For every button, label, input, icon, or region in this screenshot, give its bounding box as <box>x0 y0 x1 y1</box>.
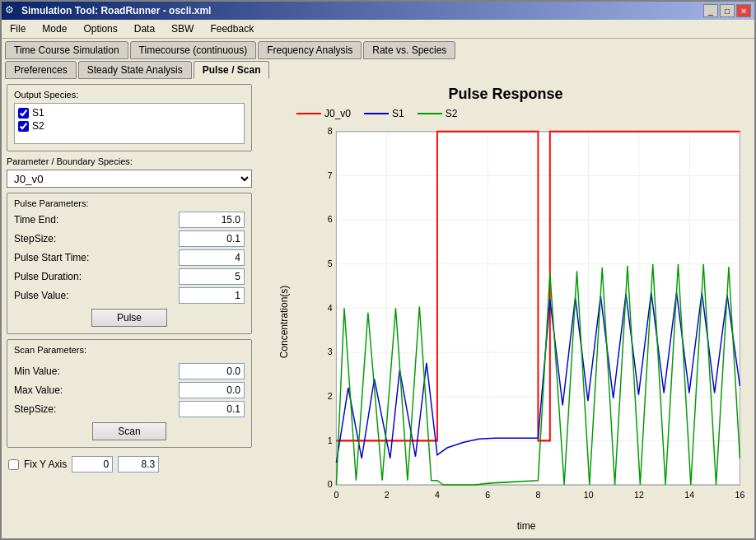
pulse-start-input[interactable] <box>179 249 245 266</box>
param-boundary-group: Parameter / Boundary Species: J0_v0 <box>7 156 252 188</box>
species-item-s1: S1 <box>18 107 240 119</box>
tab-time-course[interactable]: Time Course Simulation <box>5 41 128 59</box>
pulse-params-grid: Time End: StepSize: Pulse Start Time: Pu… <box>14 212 245 304</box>
chart-legend: J0_v0 S1 S2 <box>264 108 748 119</box>
stepsize-scan-label: StepSize: <box>14 403 179 415</box>
y-axis-label: Concentration(s) <box>278 285 290 358</box>
fix-y-checkbox[interactable] <box>8 459 19 470</box>
scan-params-group: Scan Parameters: Min Value: Max Value: S… <box>7 339 252 448</box>
max-value-label: Max Value: <box>14 384 179 396</box>
menu-sbw[interactable]: SBW <box>166 21 198 36</box>
scan-button[interactable]: Scan <box>92 422 166 440</box>
svg-text:16: 16 <box>735 490 745 500</box>
chart-svg: 0 1 2 3 4 5 6 7 8 0 2 4 <box>305 123 748 520</box>
tab-frequency-analysis[interactable]: Frequency Analysis <box>258 41 362 59</box>
max-value-input[interactable] <box>179 382 245 398</box>
right-panel: Pulse Response J0_v0 S1 S2 <box>257 79 754 538</box>
pulse-duration-input[interactable] <box>179 268 245 285</box>
svg-text:8: 8 <box>535 490 540 500</box>
svg-text:10: 10 <box>584 490 594 500</box>
tab-row-2: Preferences Steady State Analysis Pulse … <box>2 59 754 79</box>
chart-area: Concentration(s) <box>264 123 748 532</box>
time-end-label: Time End: <box>14 214 179 226</box>
svg-text:6: 6 <box>328 214 333 225</box>
chart-svg-container: 0 1 2 3 4 5 6 7 8 0 2 4 <box>305 123 748 520</box>
svg-text:1: 1 <box>328 435 333 445</box>
minimize-button[interactable]: _ <box>703 4 718 17</box>
menu-options[interactable]: Options <box>78 21 122 36</box>
chart-inner: Concentration(s) <box>264 123 748 520</box>
svg-text:4: 4 <box>435 490 440 500</box>
menu-data[interactable]: Data <box>129 21 160 36</box>
pulse-value-label: Pulse Value: <box>14 290 179 301</box>
fix-y-min-input[interactable] <box>72 456 113 472</box>
stepsize-label-pulse: StepSize: <box>14 233 179 244</box>
app-icon: ⚙ <box>5 4 18 17</box>
species-list: S1 S2 <box>14 103 245 144</box>
output-species-label: Output Species: <box>14 90 245 100</box>
species-s2-checkbox[interactable] <box>18 121 29 132</box>
stepsize-input-pulse[interactable] <box>179 230 245 247</box>
close-button[interactable]: ✕ <box>736 4 751 17</box>
species-s2-label: S2 <box>32 120 44 132</box>
tab-preferences[interactable]: Preferences <box>5 61 77 79</box>
window-title: Simulation Tool: RoadRunner - oscli.xml <box>21 5 700 16</box>
legend-s1-line <box>364 113 389 114</box>
left-panel: Output Species: S1 S2 Parameter / Bounda… <box>2 79 257 538</box>
tab-row-1: Time Course Simulation Timecourse (conti… <box>2 39 754 59</box>
legend-j0v0-line <box>296 113 321 114</box>
fix-y-row: Fix Y Axis <box>7 453 252 476</box>
output-species-group: Output Species: S1 S2 <box>7 84 252 151</box>
param-boundary-dropdown[interactable]: J0_v0 <box>7 170 252 188</box>
legend-j0v0: J0_v0 <box>296 108 351 119</box>
legend-s1: S1 <box>364 108 404 119</box>
menu-feedback[interactable]: Feedback <box>205 21 259 36</box>
svg-text:14: 14 <box>684 490 694 500</box>
menu-bar: File Mode Options Data SBW Feedback <box>2 20 754 39</box>
svg-text:5: 5 <box>328 258 333 268</box>
legend-s2: S2 <box>418 108 458 119</box>
svg-text:7: 7 <box>328 170 333 180</box>
tab-rate-vs-species[interactable]: Rate vs. Species <box>363 41 455 59</box>
species-item-s2: S2 <box>18 120 240 132</box>
menu-mode[interactable]: Mode <box>37 21 72 36</box>
svg-text:8: 8 <box>328 125 333 136</box>
param-boundary-label: Parameter / Boundary Species: <box>7 156 252 166</box>
y-axis-container: Concentration(s) <box>264 123 305 520</box>
window-controls: _ □ ✕ <box>703 4 751 17</box>
fix-y-max-input[interactable] <box>118 456 159 472</box>
scan-params-grid: Min Value: Max Value: StepSize: <box>14 363 245 417</box>
fix-y-label: Fix Y Axis <box>24 459 67 470</box>
tab-timecourse-continuous[interactable]: Timecourse (continuous) <box>130 41 257 59</box>
species-s1-label: S1 <box>32 107 44 119</box>
tab-pulse-scan[interactable]: Pulse / Scan <box>194 61 270 79</box>
pulse-value-input[interactable] <box>179 287 245 304</box>
svg-text:2: 2 <box>328 390 333 401</box>
legend-s2-label: S2 <box>446 108 458 119</box>
svg-text:0: 0 <box>334 490 338 500</box>
tab-steady-state[interactable]: Steady State Analysis <box>78 61 192 79</box>
pulse-button[interactable]: Pulse <box>91 309 167 327</box>
svg-text:6: 6 <box>485 490 490 500</box>
content-area: Output Species: S1 S2 Parameter / Bounda… <box>2 79 754 538</box>
species-s1-checkbox[interactable] <box>18 108 29 119</box>
pulse-params-label: Pulse Parameters: <box>14 198 245 208</box>
svg-text:0: 0 <box>328 479 333 490</box>
svg-text:2: 2 <box>385 490 390 500</box>
title-bar: ⚙ Simulation Tool: RoadRunner - oscli.xm… <box>2 2 754 20</box>
maximize-button[interactable]: □ <box>720 4 735 17</box>
pulse-start-label: Pulse Start Time: <box>14 252 179 263</box>
stepsize-scan-input[interactable] <box>179 401 245 417</box>
min-value-label: Min Value: <box>14 365 179 377</box>
legend-s2-line <box>418 113 442 114</box>
min-value-input[interactable] <box>179 363 245 379</box>
x-axis-label: time <box>264 520 748 532</box>
chart-title: Pulse Response <box>264 86 748 103</box>
svg-text:12: 12 <box>634 490 644 500</box>
main-window: ⚙ Simulation Tool: RoadRunner - oscli.xm… <box>0 0 756 540</box>
menu-file[interactable]: File <box>5 21 30 36</box>
svg-text:3: 3 <box>328 347 333 357</box>
pulse-params-group: Pulse Parameters: Time End: StepSize: Pu… <box>7 193 252 334</box>
time-end-input[interactable] <box>179 212 245 228</box>
svg-text:4: 4 <box>328 302 333 313</box>
